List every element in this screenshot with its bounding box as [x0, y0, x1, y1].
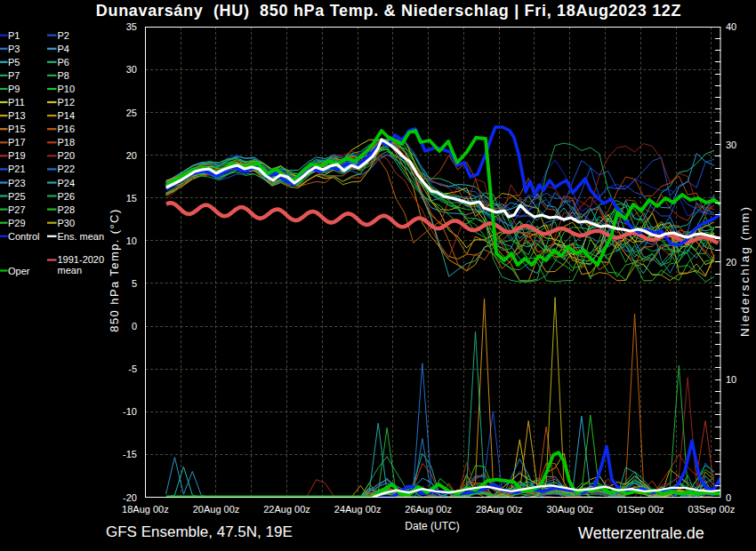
- svg-text:P19: P19: [8, 150, 26, 161]
- svg-text:Ens. mean: Ens. mean: [58, 231, 105, 242]
- svg-text:26Aug 00z: 26Aug 00z: [405, 504, 452, 515]
- svg-text:P29: P29: [8, 218, 26, 228]
- svg-text:0: 0: [132, 321, 137, 331]
- svg-text:Dunavarsány (HU) 850 hPa Tem: Dunavarsány (HU) 850 hPa Temp. & Nieders…: [96, 2, 682, 20]
- svg-text:P26: P26: [58, 191, 76, 202]
- svg-text:P17: P17: [8, 137, 26, 148]
- svg-text:30Aug 00z: 30Aug 00z: [546, 504, 593, 515]
- svg-text:P30: P30: [58, 218, 76, 228]
- svg-text:5: 5: [132, 278, 137, 289]
- svg-text:01Sep 00z: 01Sep 00z: [617, 504, 664, 515]
- svg-text:P27: P27: [8, 204, 26, 215]
- svg-text:Date (UTC): Date (UTC): [405, 520, 459, 532]
- svg-text:mean: mean: [58, 265, 83, 276]
- svg-text:22Aug 00z: 22Aug 00z: [263, 504, 310, 515]
- svg-text:25: 25: [126, 108, 137, 118]
- svg-text:P8: P8: [58, 70, 69, 81]
- svg-text:P24: P24: [58, 178, 76, 188]
- svg-text:P10: P10: [58, 84, 76, 94]
- svg-text:-15: -15: [123, 449, 137, 459]
- svg-text:P15: P15: [8, 124, 26, 134]
- svg-text:40: 40: [726, 21, 736, 32]
- svg-text:GFS Ensemble, 47.5N, 19E: GFS Ensemble, 47.5N, 19E: [106, 523, 293, 540]
- svg-text:P25: P25: [8, 191, 26, 202]
- svg-text:P16: P16: [58, 124, 76, 134]
- svg-text:P21: P21: [8, 164, 26, 174]
- svg-text:18Aug 00z: 18Aug 00z: [122, 504, 169, 515]
- svg-text:P18: P18: [58, 137, 76, 148]
- svg-text:20Aug 00z: 20Aug 00z: [193, 504, 240, 515]
- svg-text:0: 0: [726, 492, 731, 503]
- svg-text:15: 15: [126, 193, 137, 204]
- svg-text:Control: Control: [8, 231, 39, 242]
- svg-text:P13: P13: [8, 110, 26, 121]
- svg-text:-10: -10: [123, 406, 137, 417]
- svg-text:P5: P5: [8, 57, 20, 68]
- svg-text:28Aug 00z: 28Aug 00z: [476, 504, 523, 515]
- svg-text:P6: P6: [58, 57, 69, 68]
- svg-text:Wetterzentrale.de: Wetterzentrale.de: [578, 524, 704, 542]
- svg-text:Niederschlag (mm): Niederschlag (mm): [738, 205, 752, 337]
- svg-text:P14: P14: [58, 110, 76, 121]
- svg-text:P23: P23: [8, 178, 26, 188]
- svg-text:-5: -5: [128, 363, 137, 374]
- svg-text:35: 35: [126, 21, 137, 32]
- svg-text:P3: P3: [8, 44, 20, 54]
- svg-text:P22: P22: [58, 164, 76, 174]
- svg-text:10: 10: [726, 374, 736, 385]
- svg-text:Oper: Oper: [8, 266, 30, 276]
- svg-text:P7: P7: [8, 70, 20, 81]
- svg-text:24Aug 00z: 24Aug 00z: [334, 504, 382, 515]
- svg-text:03Sep 00z: 03Sep 00z: [688, 504, 736, 515]
- svg-text:850 hPa Temp. (°C): 850 hPa Temp. (°C): [108, 208, 121, 331]
- svg-text:-20: -20: [123, 492, 137, 503]
- svg-text:P1: P1: [8, 30, 20, 41]
- svg-text:P11: P11: [8, 97, 25, 108]
- svg-text:P9: P9: [8, 84, 20, 94]
- svg-text:P20: P20: [58, 150, 76, 161]
- svg-text:P2: P2: [58, 30, 69, 41]
- svg-text:P28: P28: [58, 204, 76, 215]
- svg-text:P12: P12: [58, 97, 76, 108]
- svg-text:1991-2020: 1991-2020: [58, 254, 105, 265]
- svg-text:10: 10: [126, 236, 137, 246]
- svg-text:P4: P4: [58, 44, 69, 54]
- svg-text:30: 30: [126, 64, 137, 75]
- svg-text:20: 20: [126, 150, 137, 161]
- svg-text:20: 20: [726, 257, 736, 268]
- svg-text:30: 30: [726, 140, 736, 150]
